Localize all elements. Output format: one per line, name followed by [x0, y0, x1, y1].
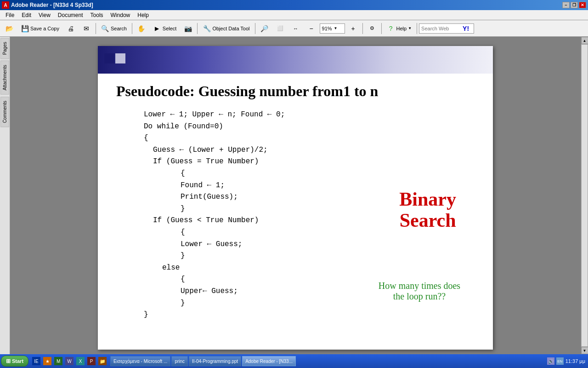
more-tools-icon: ⚙: [368, 24, 376, 33]
taskbar-item-3[interactable]: II-04-Programming.ppt: [189, 356, 241, 366]
scroll-down-button[interactable]: ▼: [581, 347, 588, 354]
select-icon: ▶: [153, 24, 161, 33]
snapshot-icon: 📷: [184, 24, 192, 33]
ql-icon-2[interactable]: ★: [43, 357, 51, 365]
menu-view[interactable]: View: [35, 11, 54, 19]
right-scrollbar: ▲ ▼: [581, 37, 588, 354]
separator-7: [417, 23, 417, 34]
code-line-1: Lower ← 1; Upper ← n; Found ← 0;: [144, 109, 475, 121]
email-button[interactable]: ✉: [79, 22, 94, 35]
search-icon: 🔍: [101, 24, 109, 33]
save-copy-button[interactable]: 💾 Save a Copy: [17, 22, 62, 35]
email-icon: ✉: [82, 24, 90, 33]
search-label: Search: [111, 26, 127, 31]
open-button[interactable]: 📂: [2, 22, 17, 35]
start-label: Start: [12, 358, 23, 364]
menu-document[interactable]: Document: [54, 11, 87, 19]
start-icon: ⊞: [6, 358, 11, 364]
object-data-tool-button[interactable]: 🔧 Object Data Tool: [199, 22, 253, 35]
attachments-tab[interactable]: Attachments: [0, 61, 9, 95]
snapshot-button[interactable]: 📷: [181, 22, 195, 35]
search-button[interactable]: 🔍 Search: [98, 22, 130, 35]
ql-icon-3[interactable]: M: [54, 357, 62, 365]
search-web-box[interactable]: Y!: [419, 23, 474, 34]
yahoo-icon[interactable]: Y!: [463, 25, 469, 32]
hand-icon: ✋: [137, 24, 146, 33]
ql-icon-5[interactable]: X: [76, 357, 85, 365]
tray-icon-1[interactable]: 🔊: [547, 357, 554, 365]
scroll-up-button[interactable]: ▲: [581, 37, 588, 44]
binary-search-label: BinarySearch: [399, 189, 456, 231]
loop-question: How many times does the loop run??: [373, 281, 465, 302]
title-bar-controls: − ❐ ✕: [562, 2, 586, 8]
taskbar-item-3-label: II-04-Programming.ppt: [192, 359, 238, 364]
code-line-2: Do while (Found=0): [144, 121, 475, 133]
zoom-out-icon: −: [307, 24, 316, 33]
zoom-value: 91%: [322, 26, 332, 31]
comments-tab[interactable]: Comments: [0, 97, 9, 127]
window-restore-button[interactable]: ❐: [571, 2, 578, 8]
taskbar-item-2[interactable]: princ: [171, 356, 188, 366]
object-data-label: Object Data Tool: [212, 26, 249, 31]
actual-size-icon: ↔: [292, 24, 300, 33]
code-line-4: Guess ← (Lower + Upper)/2;: [144, 144, 475, 156]
taskbar-item-4[interactable]: Adobe Reader - [N33...: [242, 356, 296, 366]
taskbar-item-1-label: Εισερχόμενα - Microsoft ...: [113, 359, 167, 364]
start-button[interactable]: ⊞ Start: [1, 356, 28, 367]
taskbar-item-2-label: princ: [175, 359, 185, 364]
window-close-button[interactable]: ✕: [579, 2, 586, 8]
help-button[interactable]: ? Help ▼: [384, 22, 415, 35]
more-tools-button[interactable]: ⚙: [365, 22, 379, 35]
search-web-input[interactable]: [421, 26, 463, 31]
menu-help[interactable]: Help: [134, 11, 153, 19]
content-area: Pseudocode: Guessing number from1 to n L…: [10, 37, 581, 354]
quick-launch: IE ★ M W X P 📁: [31, 357, 107, 365]
pages-tab[interactable]: Pages: [0, 38, 9, 59]
tray-icon-2[interactable]: EN: [556, 357, 564, 365]
zoom-in-icon: +: [349, 24, 357, 33]
code-line-3: {: [144, 132, 475, 144]
menu-window[interactable]: Window: [107, 11, 134, 19]
scroll-track[interactable]: [581, 44, 588, 347]
print-button[interactable]: 🖨: [63, 22, 78, 35]
code-line-5: If (Guess = True Number): [144, 156, 475, 168]
separator-3: [197, 23, 198, 34]
document-page: Pseudocode: Guessing number from1 to n L…: [98, 46, 493, 350]
separator-1: [96, 23, 96, 34]
zoom-dropdown-icon[interactable]: ▼: [334, 26, 338, 30]
zoom-in-button[interactable]: +: [346, 22, 361, 35]
select-button[interactable]: ▶ Select: [150, 22, 180, 35]
window-minimize-button[interactable]: −: [562, 2, 570, 8]
ql-icon-7[interactable]: 📁: [98, 357, 107, 365]
menu-edit[interactable]: Edit: [18, 11, 35, 19]
main-layout: Pages Attachments Comments Pseudocode: G…: [0, 37, 588, 354]
help-label: Help: [396, 26, 407, 31]
menu-file[interactable]: File: [2, 11, 18, 19]
help-dropdown-icon[interactable]: ▼: [408, 26, 412, 30]
ql-icon-4[interactable]: W: [65, 357, 74, 365]
help-icon: ?: [387, 24, 395, 33]
separator-5: [362, 23, 363, 34]
actual-size-button[interactable]: ↔: [288, 22, 303, 35]
save-icon: 💾: [21, 24, 29, 33]
app-icon: A: [2, 1, 9, 9]
code-line-12: Lower ← Guess;: [144, 239, 475, 251]
page-title: Pseudocode: Guessing number from1 to n: [116, 83, 475, 100]
ql-icon-6[interactable]: P: [87, 357, 96, 365]
taskbar: ⊞ Start IE ★ M W X P 📁 Εισερχόμενα - Mic…: [0, 354, 588, 368]
save-copy-label: Save a Copy: [30, 26, 59, 31]
taskbar-item-1[interactable]: Εισερχόμενα - Microsoft ...: [110, 356, 170, 366]
zoom-out-button[interactable]: −: [304, 22, 319, 35]
page-content: Pseudocode: Guessing number from1 to n L…: [98, 74, 493, 330]
ql-icon-1[interactable]: IE: [32, 357, 40, 365]
zoom-marquee-button[interactable]: 🔎: [257, 22, 272, 35]
window-title: Adobe Reader - [N33d 4 Sp33d]: [11, 2, 93, 8]
zoom-box[interactable]: 91% ▼: [320, 23, 345, 34]
system-clock: 11:37 μμ: [565, 358, 585, 364]
menu-tools[interactable]: Tools: [87, 11, 107, 19]
hand-tool-button[interactable]: ✋: [134, 22, 149, 35]
code-line-14: else: [144, 262, 475, 274]
zoom-fit-button[interactable]: ⬜: [273, 22, 288, 35]
title-bar: A Adobe Reader - [N33d 4 Sp33d] − ❐ ✕: [0, 0, 588, 10]
fit-page-icon: ⬜: [276, 24, 284, 33]
